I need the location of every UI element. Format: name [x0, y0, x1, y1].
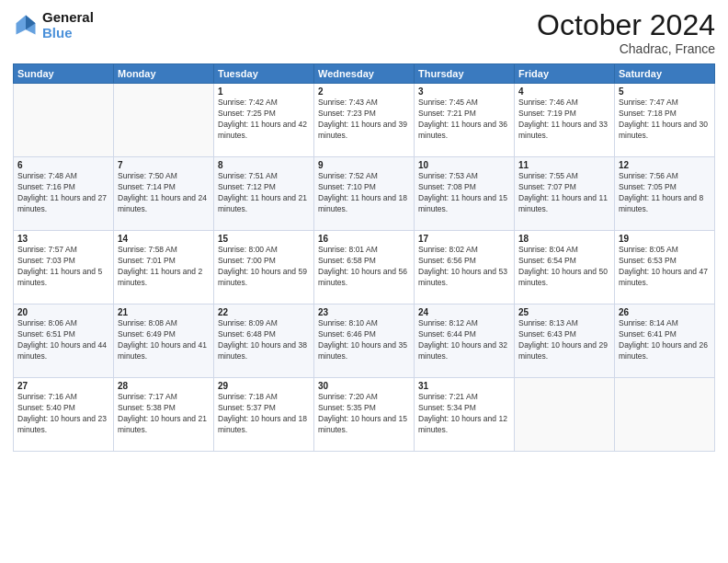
page: General Blue October 2024 Chadrac, Franc…	[0, 0, 728, 563]
day-number: 13	[17, 234, 109, 244]
day-number: 16	[318, 234, 410, 244]
day-info: Sunrise: 8:05 AM Sunset: 6:53 PM Dayligh…	[619, 245, 711, 289]
weekday-header-tuesday: Tuesday	[214, 64, 314, 84]
day-number: 15	[218, 234, 310, 244]
calendar-cell: 28Sunrise: 7:17 AM Sunset: 5:38 PM Dayli…	[114, 378, 214, 452]
day-number: 31	[418, 381, 510, 391]
weekday-header-sunday: Sunday	[14, 64, 114, 84]
day-info: Sunrise: 7:21 AM Sunset: 5:34 PM Dayligh…	[418, 392, 510, 436]
calendar-cell: 1Sunrise: 7:42 AM Sunset: 7:25 PM Daylig…	[214, 84, 314, 157]
week-row-2: 6Sunrise: 7:48 AM Sunset: 7:16 PM Daylig…	[14, 157, 715, 231]
day-info: Sunrise: 7:20 AM Sunset: 5:35 PM Dayligh…	[318, 392, 410, 436]
calendar-cell	[515, 378, 615, 452]
logo-text: General Blue	[42, 9, 94, 41]
weekday-header-saturday: Saturday	[615, 64, 715, 84]
day-number: 21	[118, 307, 210, 317]
day-number: 20	[17, 307, 109, 317]
week-row-1: 1Sunrise: 7:42 AM Sunset: 7:25 PM Daylig…	[14, 84, 715, 157]
day-info: Sunrise: 7:46 AM Sunset: 7:19 PM Dayligh…	[518, 98, 610, 142]
day-number: 29	[218, 381, 310, 391]
day-info: Sunrise: 8:01 AM Sunset: 6:58 PM Dayligh…	[318, 245, 410, 289]
calendar-cell: 17Sunrise: 8:02 AM Sunset: 6:56 PM Dayli…	[415, 231, 515, 304]
day-number: 22	[218, 307, 310, 317]
day-number: 3	[418, 86, 510, 97]
day-info: Sunrise: 7:16 AM Sunset: 5:40 PM Dayligh…	[17, 392, 109, 436]
day-info: Sunrise: 8:00 AM Sunset: 7:00 PM Dayligh…	[218, 245, 310, 289]
day-number: 27	[17, 381, 109, 391]
day-info: Sunrise: 8:04 AM Sunset: 6:54 PM Dayligh…	[518, 245, 610, 289]
day-info: Sunrise: 8:13 AM Sunset: 6:43 PM Dayligh…	[518, 318, 610, 362]
day-info: Sunrise: 7:18 AM Sunset: 5:37 PM Dayligh…	[218, 392, 310, 436]
calendar-cell: 23Sunrise: 8:10 AM Sunset: 6:46 PM Dayli…	[314, 304, 415, 378]
calendar-cell: 16Sunrise: 8:01 AM Sunset: 6:58 PM Dayli…	[314, 231, 415, 304]
week-row-5: 27Sunrise: 7:16 AM Sunset: 5:40 PM Dayli…	[14, 378, 715, 452]
calendar-cell: 20Sunrise: 8:06 AM Sunset: 6:51 PM Dayli…	[14, 304, 114, 378]
day-info: Sunrise: 8:02 AM Sunset: 6:56 PM Dayligh…	[418, 245, 510, 289]
calendar-cell: 10Sunrise: 7:53 AM Sunset: 7:08 PM Dayli…	[415, 157, 515, 231]
day-info: Sunrise: 7:57 AM Sunset: 7:03 PM Dayligh…	[17, 245, 109, 289]
day-number: 24	[418, 307, 510, 317]
weekday-header-row: SundayMondayTuesdayWednesdayThursdayFrid…	[14, 64, 715, 84]
calendar-cell: 14Sunrise: 7:58 AM Sunset: 7:01 PM Dayli…	[114, 231, 214, 304]
calendar-cell: 21Sunrise: 8:08 AM Sunset: 6:49 PM Dayli…	[114, 304, 214, 378]
day-number: 11	[518, 160, 610, 170]
day-info: Sunrise: 7:50 AM Sunset: 7:14 PM Dayligh…	[118, 171, 210, 215]
calendar-cell: 8Sunrise: 7:51 AM Sunset: 7:12 PM Daylig…	[214, 157, 314, 231]
week-row-4: 20Sunrise: 8:06 AM Sunset: 6:51 PM Dayli…	[14, 304, 715, 378]
day-info: Sunrise: 7:42 AM Sunset: 7:25 PM Dayligh…	[218, 98, 310, 142]
day-info: Sunrise: 8:09 AM Sunset: 6:48 PM Dayligh…	[218, 318, 310, 362]
weekday-header-wednesday: Wednesday	[314, 64, 415, 84]
calendar-cell: 19Sunrise: 8:05 AM Sunset: 6:53 PM Dayli…	[615, 231, 715, 304]
header: General Blue October 2024 Chadrac, Franc…	[13, 9, 715, 56]
day-number: 4	[518, 86, 610, 97]
day-number: 26	[619, 307, 711, 317]
calendar-cell: 4Sunrise: 7:46 AM Sunset: 7:19 PM Daylig…	[515, 84, 615, 157]
calendar-cell: 3Sunrise: 7:45 AM Sunset: 7:21 PM Daylig…	[415, 84, 515, 157]
calendar-cell: 15Sunrise: 8:00 AM Sunset: 7:00 PM Dayli…	[214, 231, 314, 304]
logo: General Blue	[13, 9, 94, 41]
day-number: 14	[118, 234, 210, 244]
day-info: Sunrise: 7:55 AM Sunset: 7:07 PM Dayligh…	[518, 171, 610, 215]
day-number: 5	[619, 86, 711, 97]
day-info: Sunrise: 8:08 AM Sunset: 6:49 PM Dayligh…	[118, 318, 210, 362]
day-number: 10	[418, 160, 510, 170]
week-row-3: 13Sunrise: 7:57 AM Sunset: 7:03 PM Dayli…	[14, 231, 715, 304]
day-info: Sunrise: 7:52 AM Sunset: 7:10 PM Dayligh…	[318, 171, 410, 215]
title-block: October 2024 Chadrac, France	[537, 9, 715, 56]
calendar-cell: 13Sunrise: 7:57 AM Sunset: 7:03 PM Dayli…	[14, 231, 114, 304]
day-info: Sunrise: 7:45 AM Sunset: 7:21 PM Dayligh…	[418, 98, 510, 142]
day-info: Sunrise: 8:12 AM Sunset: 6:44 PM Dayligh…	[418, 318, 510, 362]
month-title: October 2024	[537, 9, 715, 41]
day-number: 1	[218, 86, 310, 97]
calendar-cell: 31Sunrise: 7:21 AM Sunset: 5:34 PM Dayli…	[415, 378, 515, 452]
day-number: 28	[118, 381, 210, 391]
calendar-cell	[14, 84, 114, 157]
calendar-cell: 9Sunrise: 7:52 AM Sunset: 7:10 PM Daylig…	[314, 157, 415, 231]
calendar-cell: 6Sunrise: 7:48 AM Sunset: 7:16 PM Daylig…	[14, 157, 114, 231]
day-number: 17	[418, 234, 510, 244]
logo-icon	[13, 12, 39, 38]
calendar-cell	[114, 84, 214, 157]
day-number: 12	[619, 160, 711, 170]
calendar-cell: 5Sunrise: 7:47 AM Sunset: 7:18 PM Daylig…	[615, 84, 715, 157]
day-number: 30	[318, 381, 410, 391]
day-info: Sunrise: 7:48 AM Sunset: 7:16 PM Dayligh…	[17, 171, 109, 215]
day-info: Sunrise: 7:56 AM Sunset: 7:05 PM Dayligh…	[619, 171, 711, 215]
calendar-cell	[615, 378, 715, 452]
calendar-cell: 26Sunrise: 8:14 AM Sunset: 6:41 PM Dayli…	[615, 304, 715, 378]
day-number: 25	[518, 307, 610, 317]
calendar-cell: 11Sunrise: 7:55 AM Sunset: 7:07 PM Dayli…	[515, 157, 615, 231]
day-info: Sunrise: 7:47 AM Sunset: 7:18 PM Dayligh…	[619, 98, 711, 142]
weekday-header-friday: Friday	[515, 64, 615, 84]
calendar-cell: 22Sunrise: 8:09 AM Sunset: 6:48 PM Dayli…	[214, 304, 314, 378]
calendar-cell: 29Sunrise: 7:18 AM Sunset: 5:37 PM Dayli…	[214, 378, 314, 452]
weekday-header-monday: Monday	[114, 64, 214, 84]
day-number: 19	[619, 234, 711, 244]
day-info: Sunrise: 8:06 AM Sunset: 6:51 PM Dayligh…	[17, 318, 109, 362]
day-number: 6	[17, 160, 109, 170]
calendar-cell: 12Sunrise: 7:56 AM Sunset: 7:05 PM Dayli…	[615, 157, 715, 231]
day-info: Sunrise: 7:17 AM Sunset: 5:38 PM Dayligh…	[118, 392, 210, 436]
day-info: Sunrise: 8:10 AM Sunset: 6:46 PM Dayligh…	[318, 318, 410, 362]
calendar-cell: 24Sunrise: 8:12 AM Sunset: 6:44 PM Dayli…	[415, 304, 515, 378]
day-info: Sunrise: 7:43 AM Sunset: 7:23 PM Dayligh…	[318, 98, 410, 142]
